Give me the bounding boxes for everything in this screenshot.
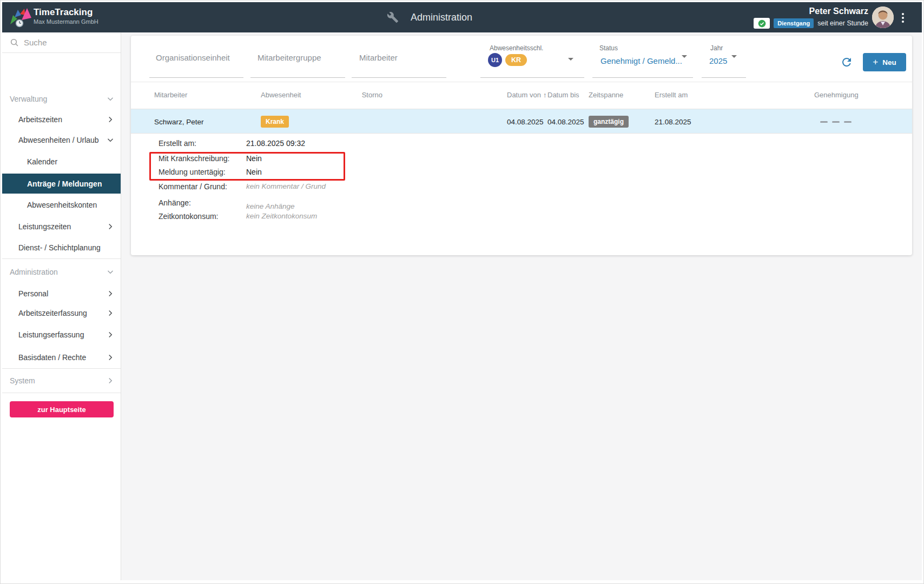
chevron-down-icon — [105, 267, 115, 277]
orgunit-filter[interactable]: Organisationseinheit — [156, 53, 230, 62]
year-dropdown-arrow[interactable] — [731, 55, 737, 58]
user-status-line: Dienstgang seit einer Stunde — [754, 18, 868, 29]
sidebar-item-kalender[interactable]: Kalender — [2, 151, 121, 172]
employee-underline — [352, 77, 446, 78]
page-title: Administration — [411, 12, 472, 23]
refresh-icon[interactable] — [840, 56, 853, 69]
detail-label: Meldung untertägig: — [159, 168, 226, 176]
sidebar-item-personal[interactable]: Personal — [2, 283, 121, 304]
search-input[interactable] — [24, 38, 105, 47]
absence-code-underline — [480, 77, 584, 78]
year-label: Jahr — [710, 44, 723, 52]
orgunit-underline — [149, 77, 243, 78]
year-underline — [702, 77, 746, 78]
presence-status-pill[interactable] — [754, 18, 770, 29]
column-header-zeitspanne[interactable]: Zeitspanne — [589, 91, 623, 99]
ganztaegig-badge: ganztägig — [589, 116, 629, 128]
sidebar-item-dienst-schichtplanung[interactable]: Dienst- / Schichtplanung — [2, 237, 121, 258]
cell-zeitspanne: ganztägig — [589, 109, 629, 134]
status-dropdown-arrow[interactable] — [682, 55, 687, 58]
app-titles: TimeTracking Max Mustermann GmbH — [34, 7, 98, 25]
detail-value: kein Zeitkontokonsum — [246, 212, 317, 220]
detail-label: Erstellt am: — [159, 139, 196, 148]
detail-value: kein Kommentar / Grund — [246, 182, 326, 190]
divider — [2, 368, 121, 369]
sidebar-item-abwesenheitskonten[interactable]: Abwesenheitskonten — [2, 195, 121, 215]
detail-value: keine Anhänge — [246, 202, 295, 210]
cell-datum-von: 04.08.2025 — [507, 109, 544, 134]
year-select[interactable]: 2025 — [709, 56, 727, 65]
cell-abwesenheit: Krank — [261, 109, 289, 134]
absence-code-dropdown-arrow[interactable] — [568, 58, 573, 61]
sidebar-section-administration[interactable]: Administration — [2, 262, 121, 282]
sort-ascending-icon[interactable]: ↑ — [543, 91, 547, 99]
detail-label: Anhänge: — [159, 198, 191, 207]
column-header-datum-bis[interactable]: Datum bis — [547, 91, 579, 99]
sidebar-section-verwaltung[interactable]: Verwaltung — [2, 89, 121, 109]
chevron-right-icon — [105, 289, 115, 298]
employee-filter[interactable]: Mitarbeiter — [359, 53, 398, 62]
presence-duration: seit einer Stunde — [817, 19, 868, 27]
chevron-right-icon — [105, 330, 115, 340]
employee-group-filter[interactable]: Mitarbeitergruppe — [258, 53, 321, 62]
sidebar-item-leistungserfassung[interactable]: Leistungserfassung — [2, 324, 121, 345]
overflow-menu-icon[interactable] — [899, 11, 907, 24]
krank-badge: Krank — [261, 116, 289, 128]
search-icon — [10, 38, 19, 48]
chevron-right-icon — [105, 308, 115, 318]
column-header-mitarbeiter[interactable]: Mitarbeiter — [154, 91, 187, 99]
avatar[interactable] — [872, 6, 894, 28]
absence-code-chip-u1[interactable]: U1 — [488, 53, 502, 67]
top-header-bar: TimeTracking Max Mustermann GmbH Adminis… — [2, 2, 922, 32]
chevron-down-icon — [105, 94, 115, 104]
column-header-datum-von[interactable]: Datum von↑ — [507, 91, 546, 99]
app-logo-icon — [9, 6, 32, 28]
home-button[interactable]: zur Hauptseite — [10, 401, 114, 417]
main-content: Organisationseinheit Mitarbeitergruppe M… — [121, 32, 922, 580]
chevron-down-icon — [105, 135, 115, 145]
sidebar-item-abwesenheiten-urlaub[interactable]: Abwesenheiten / Urlaub — [2, 130, 121, 150]
detail-label: Kommentar / Grund: — [159, 182, 227, 191]
page-header: Administration — [387, 2, 472, 32]
cell-genehmigung — [820, 109, 852, 134]
sidebar-item-basisdaten-rechte[interactable]: Basisdaten / Rechte — [2, 347, 121, 368]
detail-value: Nein — [246, 154, 262, 163]
approval-placeholder-dashes — [820, 121, 852, 123]
column-header-erstellt-am[interactable]: Erstellt am — [655, 91, 688, 99]
status-underline — [592, 77, 693, 78]
column-header-abwesenheit[interactable]: Abwesenheit — [261, 91, 301, 99]
app-title: TimeTracking — [34, 7, 98, 18]
app-window: TimeTracking Max Mustermann GmbH Adminis… — [2, 2, 922, 580]
status-label: Status — [599, 44, 618, 52]
user-name: Peter Schwarz — [809, 6, 868, 16]
status-badge: Dienstgang — [774, 18, 814, 28]
chevron-right-icon — [105, 353, 115, 362]
sidebar-section-system[interactable]: System — [2, 370, 121, 391]
sidebar-item-arbeitszeiten[interactable]: Arbeitszeiten — [2, 109, 121, 130]
status-select[interactable]: Genehmigt / Gemeld... — [600, 56, 682, 65]
chevron-right-icon — [105, 376, 115, 386]
chevron-right-icon — [105, 115, 115, 124]
absences-card: Organisationseinheit Mitarbeitergruppe M… — [131, 36, 912, 255]
absence-code-chip-kr[interactable]: KR — [505, 54, 527, 66]
chevron-right-icon — [105, 222, 115, 231]
employee-group-underline — [250, 77, 345, 78]
user-info: Peter Schwarz Dienstgang seit einer Stun… — [754, 6, 868, 29]
plus-icon: + — [873, 57, 878, 68]
detail-label: Zeitkontokonsum: — [159, 212, 219, 221]
divider — [2, 258, 121, 259]
sidebar-item-arbeitszeiterfassung[interactable]: Arbeitszeiterfassung — [2, 303, 121, 323]
table-row[interactable]: Schwarz, Peter Krank 04.08.2025 04.08.20… — [131, 109, 912, 134]
detail-value: 21.08.2025 09:32 — [246, 139, 305, 148]
column-header-genehmigung[interactable]: Genehmigung — [814, 91, 859, 99]
divider — [131, 82, 912, 82]
sidebar-item-antraege-meldungen[interactable]: Anträge / Meldungen — [2, 174, 121, 194]
sidebar-item-leistungszeiten[interactable]: Leistungszeiten — [2, 216, 121, 237]
new-button[interactable]: + Neu — [863, 53, 906, 71]
column-header-storno[interactable]: Storno — [342, 91, 382, 99]
check-circle-icon — [758, 19, 766, 28]
sidebar: Verwaltung Arbeitszeiten Abwesenheiten /… — [2, 32, 121, 580]
cell-datum-bis: 04.08.2025 — [547, 109, 584, 134]
detail-label: Mit Krankschreibung: — [159, 154, 230, 163]
sidebar-search — [2, 32, 121, 53]
